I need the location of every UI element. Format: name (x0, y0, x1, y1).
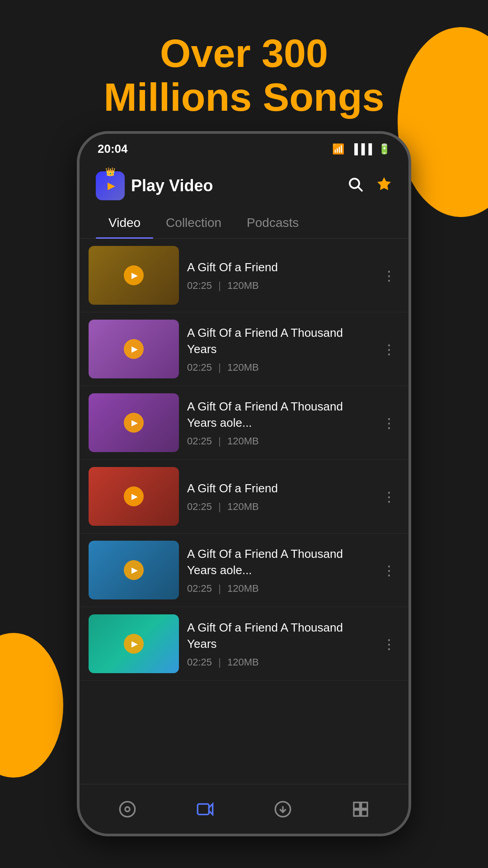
header-actions (347, 176, 392, 196)
wifi-icon: 📶 (332, 143, 344, 155)
tab-collection[interactable]: Collection (153, 208, 234, 238)
app-header: 👑 Play Video (80, 160, 408, 208)
svg-rect-5 (197, 804, 209, 814)
battery-icon: 🔋 (378, 143, 390, 155)
video-info: A Gift Of a Friend A Thousand Years aole… (187, 546, 371, 595)
video-size: 120MB (227, 583, 259, 594)
list-item: ▶ A Gift Of a Friend A Thousand Years ao… (80, 533, 408, 607)
hero-line1: Over 300 (0, 32, 488, 75)
separator: | (218, 583, 221, 594)
list-item: ▶ A Gift Of a Friend A Thousand Years ao… (80, 386, 408, 460)
video-meta: 02:25 | 120MB (187, 583, 371, 594)
video-duration: 02:25 (187, 656, 212, 668)
more-options-button[interactable]: ⋮ (379, 338, 399, 361)
nav-library[interactable] (352, 800, 370, 818)
premium-button[interactable] (376, 176, 392, 196)
status-icons: 📶 ▐▐▐ 🔋 (332, 143, 390, 155)
video-info: A Gift Of a Friend 02:25 | 120MB (187, 259, 371, 292)
nav-music[interactable] (118, 800, 136, 818)
svg-rect-8 (354, 802, 360, 808)
hero-section: Over 300 Millions Songs (0, 32, 488, 119)
video-title: A Gift Of a Friend A Thousand Years aole… (187, 546, 371, 579)
tab-podcasts[interactable]: Podcasts (234, 208, 311, 238)
svg-rect-11 (361, 810, 367, 816)
separator: | (218, 501, 221, 512)
play-button[interactable]: ▶ (124, 265, 144, 285)
status-time: 20:04 (98, 142, 128, 156)
hero-line2: Millions Songs (0, 75, 488, 119)
separator: | (218, 435, 221, 447)
video-size: 120MB (227, 435, 259, 447)
video-thumbnail[interactable]: ▶ (89, 541, 179, 599)
more-options-button[interactable]: ⋮ (379, 559, 399, 582)
list-item: ▶ A Gift Of a Friend 02:25 | 120MB ⋮ (80, 460, 408, 533)
video-duration: 02:25 (187, 362, 212, 373)
phone-mockup: 20:04 📶 ▐▐▐ 🔋 👑 Play Video (77, 131, 411, 836)
app-logo-area: 👑 Play Video (96, 171, 213, 200)
video-thumbnail[interactable]: ▶ (89, 614, 179, 673)
video-info: A Gift Of a Friend A Thousand Years 02:2… (187, 325, 371, 374)
list-item: ▶ A Gift Of a Friend 02:25 | 120MB ⋮ (80, 239, 408, 312)
hero-number: 300 (262, 31, 328, 75)
more-options-button[interactable]: ⋮ (379, 485, 399, 508)
video-thumbnail[interactable]: ▶ (89, 320, 179, 378)
video-size: 120MB (227, 280, 259, 291)
video-size: 120MB (227, 501, 259, 512)
video-duration: 02:25 (187, 435, 212, 447)
play-button[interactable]: ▶ (124, 634, 144, 654)
tab-video[interactable]: Video (96, 208, 153, 238)
svg-point-4 (125, 807, 130, 811)
video-size: 120MB (227, 362, 259, 373)
video-duration: 02:25 (187, 583, 212, 594)
separator: | (218, 362, 221, 373)
signal-icon: ▐▐▐ (351, 143, 372, 155)
video-title: A Gift Of a Friend (187, 259, 371, 275)
video-info: A Gift Of a Friend 02:25 | 120MB (187, 480, 371, 513)
search-button[interactable] (347, 176, 363, 196)
list-item: ▶ A Gift Of a Friend A Thousand Years 02… (80, 312, 408, 386)
svg-marker-2 (377, 177, 391, 190)
video-title: A Gift Of a Friend (187, 480, 371, 496)
more-options-button[interactable]: ⋮ (379, 632, 399, 656)
crown-decoration: 👑 (105, 167, 115, 177)
more-options-button[interactable]: ⋮ (379, 411, 399, 434)
bottom-navigation (80, 784, 408, 834)
video-duration: 02:25 (187, 280, 212, 291)
svg-point-3 (120, 802, 135, 816)
play-button[interactable]: ▶ (124, 339, 144, 359)
video-list: ▶ A Gift Of a Friend 02:25 | 120MB ⋮ (80, 239, 408, 784)
nav-video[interactable] (196, 800, 214, 818)
video-size: 120MB (227, 656, 259, 668)
play-button[interactable]: ▶ (124, 560, 144, 580)
status-bar: 20:04 📶 ▐▐▐ 🔋 (80, 134, 408, 160)
tab-bar: Video Collection Podcasts (80, 208, 408, 239)
phone-frame: 20:04 📶 ▐▐▐ 🔋 👑 Play Video (77, 131, 411, 836)
nav-download[interactable] (274, 800, 292, 818)
app-content: 20:04 📶 ▐▐▐ 🔋 👑 Play Video (80, 134, 408, 784)
separator: | (218, 656, 221, 668)
video-thumbnail[interactable]: ▶ (89, 467, 179, 526)
hero-prefix: Over (160, 31, 262, 75)
video-meta: 02:25 | 120MB (187, 435, 371, 447)
list-item: ▶ A Gift Of a Friend A Thousand Years 02… (80, 607, 408, 681)
more-options-button[interactable]: ⋮ (379, 264, 399, 287)
svg-line-1 (358, 187, 362, 190)
video-title: A Gift Of a Friend A Thousand Years (187, 619, 371, 652)
app-title: Play Video (131, 176, 213, 195)
video-thumbnail[interactable]: ▶ (89, 246, 179, 305)
video-meta: 02:25 | 120MB (187, 501, 371, 513)
video-thumbnail[interactable]: ▶ (89, 393, 179, 452)
video-meta: 02:25 | 120MB (187, 280, 371, 292)
video-title: A Gift Of a Friend A Thousand Years (187, 325, 371, 358)
video-info: A Gift Of a Friend A Thousand Years 02:2… (187, 619, 371, 669)
play-button[interactable]: ▶ (124, 486, 144, 506)
bg-decoration-bottom-left (0, 633, 63, 778)
app-logo: 👑 (96, 171, 125, 200)
svg-rect-9 (361, 802, 367, 808)
svg-rect-10 (354, 810, 360, 816)
video-title: A Gift Of a Friend A Thousand Years aole… (187, 398, 371, 431)
play-button[interactable]: ▶ (124, 413, 144, 433)
video-meta: 02:25 | 120MB (187, 362, 371, 373)
video-duration: 02:25 (187, 501, 212, 512)
video-meta: 02:25 | 120MB (187, 656, 371, 668)
